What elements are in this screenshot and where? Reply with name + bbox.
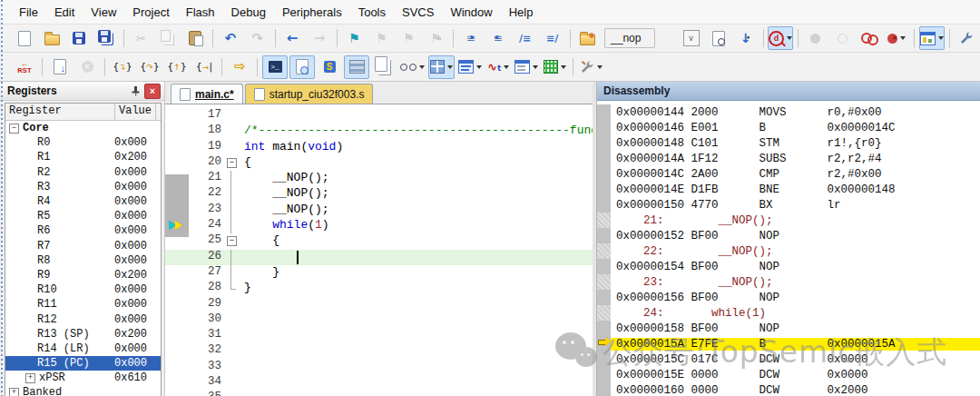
fold-column[interactable] <box>225 265 238 281</box>
fold-column[interactable] <box>225 124 238 139</box>
reset-cpu-button[interactable]: ←RST <box>12 55 37 79</box>
register-row-r13-sp[interactable]: R13 (SP)0x200 <box>5 327 161 342</box>
breakpoint-margin[interactable] <box>165 360 189 375</box>
register-row-r0[interactable]: R00x000 <box>5 135 161 150</box>
stop-button[interactable]: ✕ <box>74 55 100 79</box>
open-file-button[interactable] <box>39 26 64 50</box>
fold-column[interactable]: − <box>225 233 238 249</box>
menu-help[interactable]: Help <box>501 3 542 22</box>
indent-button[interactable]: ≡▸ <box>458 26 484 50</box>
disassembly-instruction-0x00000144[interactable]: 0x00000144 2000 MOVS r0,#0x00 <box>597 104 980 120</box>
redo-button[interactable]: ↷ <box>245 26 270 50</box>
fold-column[interactable] <box>225 140 238 155</box>
watch-windows-button[interactable] <box>398 55 426 79</box>
breakpoint-margin[interactable] <box>165 186 189 202</box>
close-icon[interactable]: × <box>144 84 161 99</box>
find-symbol-button[interactable]: d <box>768 26 793 50</box>
register-row-r15-pc[interactable]: R15 (PC)0x000 <box>5 356 161 371</box>
tab-main-c-[interactable]: main.c* <box>171 84 243 104</box>
disassembly-margin[interactable] <box>597 336 611 351</box>
disassembly-source-line[interactable]: 22: __NOP(); <box>597 243 980 259</box>
menu-flash[interactable]: Flash <box>178 3 223 22</box>
disassembly-instruction-0x0000015A[interactable]: 0x0000015A E7FE B 0x0000015A <box>597 336 980 351</box>
show-next-statement-button[interactable]: ⇨ <box>227 55 252 79</box>
disassembly-margin[interactable] <box>597 166 611 182</box>
disassembly-margin[interactable] <box>597 382 611 396</box>
disassembly-instruction-0x0000015E[interactable]: 0x0000015E 0000 DCW 0x0000 <box>597 367 980 382</box>
save-all-button[interactable] <box>93 26 119 50</box>
uncomment-selection-button[interactable]: ≡/ <box>540 26 565 50</box>
tab-startup-ciu32f003-s[interactable]: startup_ciu32f003.s <box>245 84 374 104</box>
disassembly-instruction-0x00000150[interactable]: 0x00000150 4770 BX lr <box>597 197 980 213</box>
paste-button[interactable] <box>182 26 208 50</box>
memory-windows-button[interactable] <box>428 55 455 79</box>
fold-column[interactable] <box>225 281 238 296</box>
dropdown-caret-icon[interactable] <box>561 65 566 69</box>
step-out-button[interactable]: {↑} <box>164 55 190 79</box>
breakpoint-margin[interactable] <box>165 171 189 186</box>
breakpoint-margin[interactable] <box>165 281 189 296</box>
run-button[interactable]: ↓ <box>47 55 73 79</box>
copy-button[interactable] <box>155 26 181 50</box>
disassembly-margin[interactable] <box>597 228 611 243</box>
disassembly-margin[interactable] <box>597 351 611 367</box>
new-file-button[interactable] <box>12 26 37 50</box>
unindent-button[interactable]: ≡◂ <box>485 26 511 50</box>
expand-icon[interactable]: + <box>25 373 35 383</box>
find-options-button[interactable]: ∨ <box>679 26 704 50</box>
navigate-back-button[interactable]: ← <box>279 26 305 50</box>
breakpoint-margin[interactable] <box>165 265 189 281</box>
toggle-bookmark-button[interactable]: ⚑ <box>341 26 367 50</box>
register-row-r14-lr[interactable]: R14 (LR)0x000 <box>5 342 161 356</box>
collapse-icon[interactable]: − <box>9 124 19 134</box>
undo-button[interactable]: ↶ <box>218 26 243 50</box>
disassembly-instruction-0x00000146[interactable]: 0x00000146 E001 B 0x0000014C <box>597 120 980 135</box>
analysis-windows-button[interactable]: ∿t <box>485 55 511 79</box>
disassembly-margin[interactable] <box>597 259 611 274</box>
fold-column[interactable] <box>225 250 238 265</box>
disassembly-margin[interactable] <box>597 120 611 135</box>
registers-window-button[interactable] <box>344 55 369 79</box>
fold-column[interactable] <box>225 108 238 124</box>
disassembly-instruction-0x00000158[interactable]: 0x00000158 BF00 NOP <box>597 321 980 336</box>
disassembly-margin[interactable] <box>597 213 611 228</box>
disassembly-instruction-0x00000160[interactable]: 0x00000160 0000 DCW 0x2000 <box>597 382 980 396</box>
fold-column[interactable] <box>225 375 238 391</box>
menu-window[interactable]: Window <box>442 3 500 22</box>
disassembly-margin[interactable] <box>597 305 611 321</box>
fold-column[interactable] <box>225 203 238 218</box>
prev-bookmark-button[interactable]: ⚑ <box>396 26 421 50</box>
disassembly-window-button[interactable] <box>289 55 315 79</box>
fold-column[interactable] <box>225 343 238 359</box>
menu-tools[interactable]: Tools <box>350 3 394 22</box>
disassembly-instruction-0x00000152[interactable]: 0x00000152 BF00 NOP <box>597 228 980 243</box>
cut-button[interactable]: ✂ <box>128 26 153 50</box>
open-multiple-files-button[interactable]: ✱ <box>574 26 600 50</box>
register-row-r8[interactable]: R80x000 <box>5 253 161 268</box>
value-column-header[interactable]: Value <box>115 104 156 120</box>
breakpoint-margin[interactable] <box>165 108 189 124</box>
register-row-r12[interactable]: R120x000 <box>5 312 161 326</box>
command-window-button[interactable]: >_ <box>262 55 288 79</box>
menu-debug[interactable]: Debug <box>223 3 274 22</box>
enable-disable-breakpoint-button[interactable] <box>829 26 855 50</box>
register-row-r11[interactable]: R110x000 <box>5 297 161 312</box>
register-column-header[interactable]: Register <box>5 104 115 120</box>
breakpoint-margin[interactable] <box>165 233 189 249</box>
clear-bookmarks-button[interactable]: ⚑× <box>423 26 448 50</box>
disassembly-instruction-0x00000156[interactable]: 0x00000156 BF00 NOP <box>597 290 980 305</box>
menu-project[interactable]: Project <box>124 3 177 22</box>
disassembly-instruction-0x00000154[interactable]: 0x00000154 BF00 NOP <box>597 259 980 274</box>
breakpoint-margin[interactable] <box>165 218 189 233</box>
disassembly-margin[interactable] <box>597 104 611 120</box>
pin-icon[interactable] <box>128 84 142 98</box>
fold-column[interactable] <box>225 328 238 343</box>
dropdown-caret-icon[interactable] <box>787 36 792 40</box>
fold-column[interactable] <box>225 391 238 396</box>
register-row-r3[interactable]: R30x000 <box>5 180 161 194</box>
dropdown-caret-icon[interactable] <box>476 65 482 69</box>
disassembly-margin[interactable] <box>597 321 611 336</box>
disassembly-margin[interactable] <box>597 151 611 166</box>
fold-column[interactable]: − <box>225 155 238 171</box>
register-row-banked[interactable]: +Banked <box>5 385 161 396</box>
